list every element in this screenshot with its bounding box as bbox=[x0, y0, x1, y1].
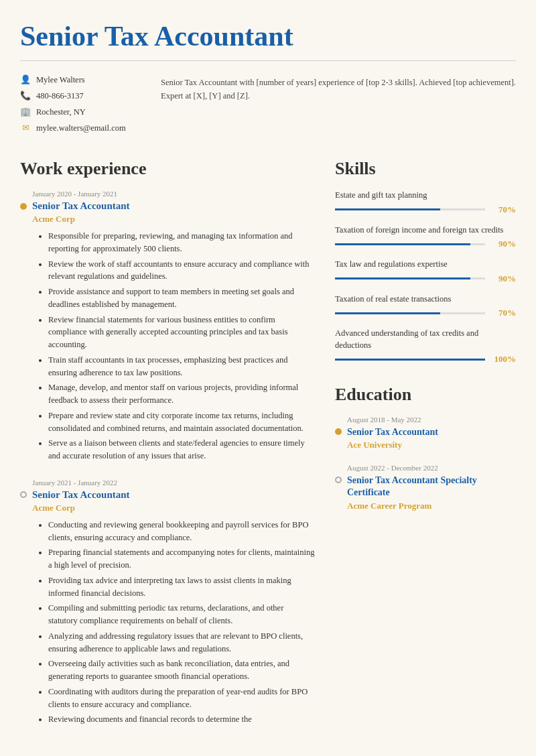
work-bullet-item: Prepare and review state and city corpor… bbox=[48, 410, 315, 435]
skill-item: Advanced understanding of tax credits an… bbox=[335, 328, 516, 365]
header-divider bbox=[20, 60, 516, 61]
skill-bar-fill bbox=[335, 312, 440, 314]
skill-bar-row: 90% bbox=[335, 273, 516, 284]
work-bullet-item: Manage, develop, and mentor staff on var… bbox=[48, 381, 315, 407]
work-date: January 2020 - January 2021 bbox=[32, 190, 315, 198]
phone-icon: 📞 bbox=[20, 90, 31, 101]
skill-name: Tax law and regulations expertise bbox=[335, 259, 516, 271]
work-bullet-item: Preparing financial statements and accom… bbox=[48, 546, 315, 572]
work-bullet-item: Analyzing and addressing regulatory issu… bbox=[48, 630, 315, 655]
page-title: Senior Tax Accountant bbox=[20, 20, 516, 52]
page: Senior Tax Accountant 👤 Mylee Walters 📞 … bbox=[0, 0, 536, 756]
skill-bar-background bbox=[335, 243, 485, 245]
work-title-row: Senior Tax Accountant bbox=[20, 489, 315, 501]
work-company: Acme Corp bbox=[32, 214, 315, 225]
work-bullet-item: Responsible for preparing, reviewing, an… bbox=[48, 230, 315, 255]
skill-percentage: 100% bbox=[490, 354, 516, 365]
skill-bar-fill bbox=[335, 277, 470, 279]
skill-bar-row: 70% bbox=[335, 204, 516, 215]
education-item: August 2018 - May 2022Senior Tax Account… bbox=[335, 416, 516, 450]
person-icon: 👤 bbox=[20, 74, 31, 85]
skills-section: Skills Estate and gift tax planning70%Ta… bbox=[335, 159, 516, 365]
edu-date: August 2018 - May 2022 bbox=[347, 416, 516, 424]
skill-bar-background bbox=[335, 359, 485, 361]
skill-bar-fill bbox=[335, 208, 440, 210]
contact-name: Mylee Walters bbox=[36, 75, 85, 85]
main-content: Work experience January 2020 - January 2… bbox=[20, 159, 516, 742]
skill-bar-row: 90% bbox=[335, 239, 516, 249]
edu-bullet-dot bbox=[335, 477, 342, 483]
skill-item: Estate and gift tax planning70% bbox=[335, 190, 516, 215]
work-bullet-item: Conducting and reviewing general bookkee… bbox=[48, 519, 315, 544]
work-bullet-item: Serve as a liaison between clients and s… bbox=[48, 437, 315, 462]
work-bullet-item: Providing tax advice and interpreting ta… bbox=[48, 574, 315, 600]
work-company: Acme Corp bbox=[32, 503, 315, 513]
work-bullet-dot bbox=[20, 491, 27, 498]
right-column: Skills Estate and gift tax planning70%Ta… bbox=[335, 159, 516, 742]
skill-name: Taxation of foreign income and foreign t… bbox=[335, 225, 516, 237]
edu-title-row: Senior Tax Accountant Specialty Certific… bbox=[335, 475, 516, 499]
contact-location: Rochester, NY bbox=[36, 107, 86, 117]
education-title: Education bbox=[335, 385, 516, 405]
work-experience-section: Work experience January 2020 - January 2… bbox=[20, 159, 315, 742]
work-bullet-item: Compiling and submitting periodic tax re… bbox=[48, 602, 315, 627]
work-bullet-dot bbox=[20, 203, 27, 210]
edu-school-name: Acme Career Program bbox=[347, 501, 516, 511]
work-bullet-item: Overseeing daily activities such as bank… bbox=[48, 657, 315, 683]
work-item: January 2021 - January 2022Senior Tax Ac… bbox=[20, 479, 315, 726]
skill-name: Taxation of real estate transactions bbox=[335, 294, 516, 306]
contact-phone: 480-866-3137 bbox=[36, 91, 84, 101]
work-bullets-list: Conducting and reviewing general bookkee… bbox=[39, 519, 315, 726]
edu-date: August 2022 - December 2022 bbox=[347, 464, 516, 472]
skills-title: Skills bbox=[335, 159, 516, 179]
email-icon: ✉ bbox=[20, 123, 31, 133]
work-item: January 2020 - January 2021Senior Tax Ac… bbox=[20, 190, 315, 462]
skill-bar-background bbox=[335, 312, 485, 314]
skill-bar-row: 70% bbox=[335, 308, 516, 318]
work-bullet-item: Review the work of staff accountants to … bbox=[48, 258, 315, 284]
work-bullets-list: Responsible for preparing, reviewing, an… bbox=[39, 230, 315, 462]
edu-school-name: Ace University bbox=[347, 440, 516, 450]
work-items-list: January 2020 - January 2021Senior Tax Ac… bbox=[20, 190, 315, 726]
work-bullet-item: Review financial statements for various … bbox=[48, 314, 315, 351]
summary-text: Senior Tax Accountant with [number of ye… bbox=[161, 74, 516, 139]
skill-bar-row: 100% bbox=[335, 354, 516, 365]
skill-item: Taxation of real estate transactions70% bbox=[335, 294, 516, 319]
location-icon: 🏢 bbox=[20, 107, 31, 117]
skill-bar-background bbox=[335, 208, 485, 210]
skill-percentage: 90% bbox=[490, 273, 516, 284]
skill-percentage: 70% bbox=[490, 204, 516, 215]
work-job-title: Senior Tax Accountant bbox=[32, 200, 130, 212]
skills-list: Estate and gift tax planning70%Taxation … bbox=[335, 190, 516, 365]
work-job-title: Senior Tax Accountant bbox=[32, 489, 130, 501]
skill-percentage: 70% bbox=[490, 308, 516, 318]
contact-email: mylee.walters@email.com bbox=[36, 123, 126, 133]
contact-email-item: ✉ mylee.walters@email.com bbox=[20, 123, 134, 133]
work-bullet-item: Train staff accountants in tax processes… bbox=[48, 354, 315, 379]
work-bullet-item: Coordinating with auditors during the pr… bbox=[48, 686, 315, 711]
work-date: January 2021 - January 2022 bbox=[32, 479, 315, 487]
contact-summary-section: 👤 Mylee Walters 📞 480-866-3137 🏢 Rochest… bbox=[20, 74, 516, 139]
education-section: Education August 2018 - May 2022Senior T… bbox=[335, 385, 516, 511]
contact-phone-item: 📞 480-866-3137 bbox=[20, 90, 134, 101]
edu-title-row: Senior Tax Accountant bbox=[335, 426, 516, 438]
edu-bullet-dot bbox=[335, 428, 342, 435]
skill-name: Estate and gift tax planning bbox=[335, 190, 516, 202]
skill-bar-fill bbox=[335, 359, 485, 361]
skill-percentage: 90% bbox=[490, 239, 516, 249]
skill-bar-fill bbox=[335, 243, 470, 245]
work-bullet-item: Reviewing documents and financial record… bbox=[48, 713, 315, 726]
skill-name: Advanced understanding of tax credits an… bbox=[335, 328, 516, 351]
skill-item: Tax law and regulations expertise90% bbox=[335, 259, 516, 284]
edu-degree-title: Senior Tax Accountant Specialty Certific… bbox=[347, 475, 516, 499]
skill-bar-background bbox=[335, 277, 485, 279]
contact-name-item: 👤 Mylee Walters bbox=[20, 74, 134, 85]
work-bullet-item: Provide assistance and support to team m… bbox=[48, 286, 315, 311]
education-item: August 2022 - December 2022Senior Tax Ac… bbox=[335, 464, 516, 511]
work-title-row: Senior Tax Accountant bbox=[20, 200, 315, 212]
education-list: August 2018 - May 2022Senior Tax Account… bbox=[335, 416, 516, 511]
contact-location-item: 🏢 Rochester, NY bbox=[20, 107, 134, 117]
work-experience-title: Work experience bbox=[20, 159, 315, 179]
skill-item: Taxation of foreign income and foreign t… bbox=[335, 225, 516, 250]
edu-degree-title: Senior Tax Accountant bbox=[347, 426, 438, 438]
